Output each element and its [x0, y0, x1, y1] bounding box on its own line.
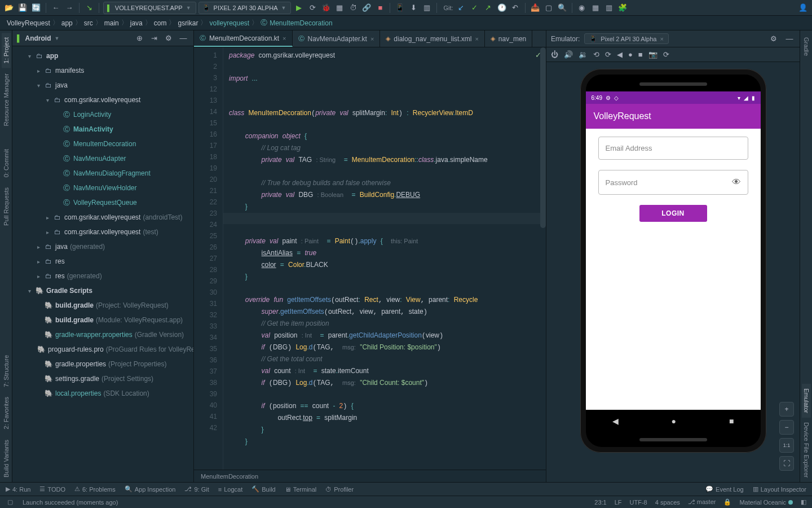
tool-event-log[interactable]: 💬 Event Log	[705, 485, 744, 493]
chevron-down-icon[interactable]: ▼	[55, 36, 60, 41]
close-icon[interactable]: ×	[370, 36, 374, 42]
password-field[interactable]: Password 👁	[598, 170, 748, 195]
tool-profiler[interactable]: ⏱ Profiler	[325, 486, 354, 493]
tree-node[interactable]: ▸🗀res (generated)	[12, 269, 193, 283]
login-button[interactable]: LOGIN	[639, 205, 707, 222]
breadcrumb-item[interactable]: gsrikar	[178, 19, 198, 27]
emulator-device-tab[interactable]: 📱Pixel 2 API 30 Alpha×	[584, 33, 669, 44]
editor-breadcrumb-bottom[interactable]: MenuItemDecoration	[194, 470, 546, 482]
tool-terminal[interactable]: 🖥 Terminal	[285, 486, 317, 493]
debug-icon[interactable]: 🐞	[320, 2, 332, 14]
tree-node[interactable]: ⒸNavMenuViewHolder	[12, 181, 193, 195]
tree-node[interactable]: 🐘gradle.properties (Project Properties)	[12, 357, 193, 371]
breadcrumb-item[interactable]: main	[104, 19, 119, 27]
back-icon[interactable]: ←	[50, 2, 61, 14]
editor-tab[interactable]: ◈ dialog_nav_menu_list.xml ×	[380, 30, 485, 47]
plugin-icon[interactable]: 🧩	[617, 2, 628, 14]
sidebar-tab-structure[interactable]: 7: Structure	[2, 351, 11, 392]
build-icon[interactable]: ↘	[83, 2, 95, 14]
tree-node[interactable]: 🐘gradle-wrapper.properties (Gradle Versi…	[12, 327, 193, 342]
nav-back-icon[interactable]: ◀	[612, 417, 619, 426]
avd-icon[interactable]: 📱	[394, 2, 405, 14]
git-push-icon[interactable]: ↗	[483, 2, 494, 14]
tree-node[interactable]: ▸🗀com.gsrikar.volleyrequest (androidTest…	[12, 210, 193, 225]
attach-debugger-icon[interactable]: 🔗	[361, 2, 372, 14]
close-icon[interactable]: ×	[660, 36, 663, 42]
layout-bounds-icon[interactable]: ▢	[543, 2, 554, 14]
volume-down-icon[interactable]: 🔉	[579, 50, 588, 59]
zoom-out-button[interactable]: −	[779, 420, 794, 435]
code-editor[interactable]: 1231213141516171819202122232425262728293…	[194, 47, 546, 470]
tree-node[interactable]: ⒸNavMenuDialogFragment	[12, 166, 193, 181]
email-field[interactable]: Email Address	[598, 137, 748, 160]
tree-node[interactable]: ⒸMenuItemDecoration	[12, 137, 193, 151]
tree-node[interactable]: ▾🗀com.gsrikar.volleyrequest	[12, 93, 193, 107]
tool-app-inspection[interactable]: 🔍 App Inspection	[125, 485, 176, 493]
hide-icon[interactable]: —	[178, 33, 189, 44]
sidebar-tab-emulator[interactable]: Emulator	[802, 384, 811, 418]
tree-node[interactable]: ▸🗀res	[12, 254, 193, 269]
tool-layout-inspector[interactable]: ▥ Layout Inspector	[753, 485, 806, 493]
rotate-left-icon[interactable]: ⟲	[593, 50, 599, 59]
layout-icon[interactable]: ▥	[421, 2, 433, 14]
import-icon[interactable]: 📥	[529, 2, 541, 14]
tree-node[interactable]: 🐘local.properties (SDK Location)	[12, 386, 193, 401]
sdk-icon[interactable]: ⬇	[408, 2, 419, 14]
sidebar-tab-device-file-explorer[interactable]: Device File Explorer	[802, 418, 811, 482]
apply-changes-icon[interactable]: ⟳	[307, 2, 318, 14]
tool-logcat[interactable]: ≡ Logcat	[218, 486, 242, 493]
overview-icon[interactable]: ■	[638, 50, 643, 59]
tree-node[interactable]: 🐘proguard-rules.pro (ProGuard Rules for …	[12, 342, 193, 357]
hide-panels-icon[interactable]: ▢	[6, 498, 15, 506]
profiler-icon[interactable]: ⏱	[347, 2, 359, 14]
indent-setting[interactable]: 4 spaces	[655, 499, 680, 506]
tree-node[interactable]: 🐘settings.gradle (Project Settings)	[12, 371, 193, 386]
settings-icon[interactable]: ⚙	[768, 33, 779, 45]
tool-run[interactable]: ▶ 4: Run	[6, 485, 30, 493]
lock-icon[interactable]: 🔒	[723, 498, 731, 506]
back-icon[interactable]: ◀	[617, 50, 623, 59]
close-icon[interactable]: ×	[283, 35, 286, 42]
sync-icon[interactable]: 🔄	[30, 2, 42, 14]
power-icon[interactable]: ⏻	[551, 50, 558, 59]
tree-node[interactable]: ▸🗀com.gsrikar.volleyrequest (test)	[12, 225, 193, 239]
tool-build[interactable]: 🔨 Build	[251, 485, 275, 493]
collapse-icon[interactable]: ⇥	[148, 33, 160, 44]
tree-node[interactable]: ⒸVolleyRequestQueue	[12, 195, 193, 210]
tree-node[interactable]: ▾🗀app	[12, 49, 193, 63]
grid-icon[interactable]: ▦	[590, 2, 601, 14]
tree-node[interactable]: ▾🐘Gradle Scripts	[12, 283, 193, 298]
settings-icon[interactable]: ⚙	[163, 33, 174, 44]
close-icon[interactable]: ×	[475, 36, 478, 42]
sidebar-tab-commit[interactable]: 0: Commit	[2, 144, 11, 182]
coverage-icon[interactable]: ▦	[334, 2, 345, 14]
sidebar-tab-build-variants[interactable]: Build Variants	[2, 435, 11, 482]
tool-git[interactable]: ⎇ 9: Git	[184, 485, 209, 493]
tree-node[interactable]: ⒸLoginActivity	[12, 107, 193, 122]
sidebar-tab-resource-manager[interactable]: Resource Manager	[2, 69, 11, 131]
tool-todo[interactable]: ☰ TODO	[39, 485, 65, 493]
rotate-right-icon[interactable]: ⟳	[605, 50, 611, 59]
memory-icon[interactable]: ◧	[801, 498, 806, 506]
cursor-position[interactable]: 23:1	[594, 499, 606, 506]
scrollbar[interactable]	[540, 47, 546, 228]
breadcrumb-item[interactable]: VolleyRequest	[7, 19, 50, 27]
zoom-reset-button[interactable]: 1:1	[779, 438, 794, 453]
git-revert-icon[interactable]: ↶	[510, 2, 521, 14]
tree-node[interactable]: ▾🗀java	[12, 78, 193, 93]
validator-icon[interactable]: ▥	[603, 2, 615, 14]
sidebar-tab-gradle[interactable]: Gradle	[802, 33, 811, 60]
git-update-icon[interactable]: ↙	[456, 2, 467, 14]
home-icon[interactable]: ●	[628, 50, 633, 59]
stop-icon[interactable]: ■	[374, 2, 386, 14]
save-icon[interactable]: 💾	[17, 2, 28, 14]
editor-tab[interactable]: ◈ nav_men	[485, 30, 532, 47]
snapshot-icon[interactable]: ⟳	[663, 50, 669, 59]
git-branch[interactable]: ⎇ master	[688, 498, 716, 506]
nav-overview-icon[interactable]: ■	[729, 417, 734, 426]
git-commit-icon[interactable]: ✓	[469, 2, 480, 14]
breadcrumb-item-active[interactable]: ⒸMenuItemDecoration	[261, 18, 332, 28]
volume-up-icon[interactable]: 🔊	[564, 50, 573, 59]
tree-node[interactable]: ▸🗀java (generated)	[12, 239, 193, 254]
search-icon[interactable]: 🔍	[557, 2, 568, 14]
